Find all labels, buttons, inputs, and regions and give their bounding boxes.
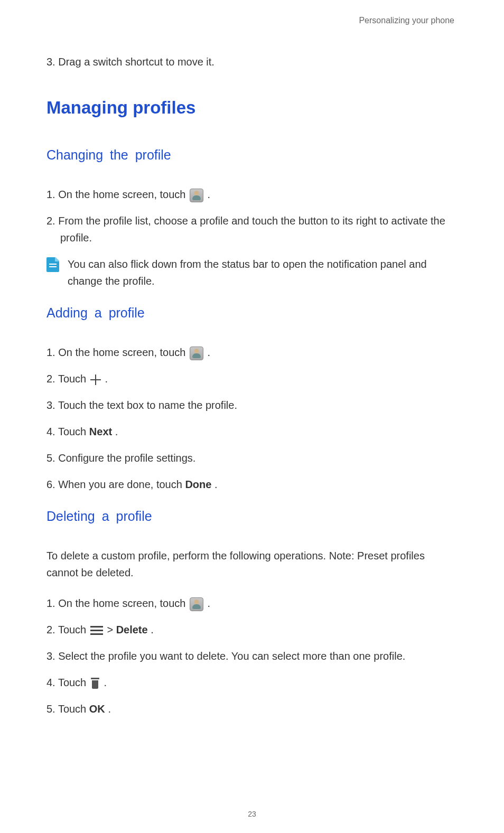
section-title-managing-profiles: Managing profiles: [46, 98, 458, 118]
trash-icon: [90, 678, 100, 689]
deleting-intro: To delete a custom profile, perform the …: [46, 547, 458, 581]
changing-step-2: 2. From the profile list, choose a profi…: [46, 212, 458, 246]
subsection-deleting-profile: Deleting a profile To delete a custom pr…: [46, 509, 458, 717]
profile-app-icon: [190, 347, 203, 360]
document-page: Personalizing your phone 3. Drag a switc…: [0, 0, 504, 717]
subsection-title-deleting: Deleting a profile: [46, 509, 458, 524]
adding-step-6: 6. When you are done, touch Done .: [46, 476, 458, 493]
changing-note: You can also flick down from the status …: [46, 256, 458, 289]
step-text-post: .: [208, 597, 211, 609]
step-text-post: .: [104, 677, 107, 688]
step-text: 4. Touch: [46, 426, 89, 437]
step-text-post: .: [208, 189, 211, 200]
subsection-title-changing: Changing the profile: [46, 147, 458, 163]
subsection-title-adding: Adding a profile: [46, 305, 458, 321]
deleting-step-4: 4. Touch .: [46, 674, 458, 691]
step-text-post: .: [105, 373, 108, 385]
step-text: 1. On the home screen, touch: [46, 189, 189, 200]
step-text-mid: >: [107, 624, 116, 635]
step-text: 4. Touch: [46, 677, 89, 688]
step-text: 2. Touch: [46, 373, 89, 385]
deleting-steps-list: 1. On the home screen, touch . 2. Touch …: [46, 595, 458, 717]
step-text-post: .: [108, 703, 111, 715]
note-icon: [46, 257, 59, 272]
adding-steps-list: 1. On the home screen, touch . 2. Touch …: [46, 344, 458, 493]
step-bold: Next: [89, 426, 112, 437]
page-number: 23: [0, 810, 504, 818]
step-text: 1. On the home screen, touch: [46, 347, 189, 358]
step-bold: Done: [185, 479, 211, 490]
note-text: You can also flick down from the status …: [68, 256, 458, 289]
intro-step-text: 3. Drag a switch shortcut to move it.: [46, 56, 458, 68]
chapter-header: Personalizing your phone: [46, 16, 458, 25]
menu-icon: [90, 626, 103, 635]
step-text: 6. When you are done, touch: [46, 479, 185, 490]
plus-icon: [90, 375, 101, 385]
changing-steps-list: 1. On the home screen, touch . 2. From t…: [46, 186, 458, 246]
step-bold: Delete: [116, 624, 148, 635]
adding-step-5: 5. Configure the profile settings.: [46, 450, 458, 466]
step-text-post: .: [151, 624, 154, 635]
step-text: 1. On the home screen, touch: [46, 597, 189, 609]
step-text-post: .: [214, 479, 218, 490]
adding-step-3: 3. Touch the text box to name the profil…: [46, 397, 458, 414]
adding-step-1: 1. On the home screen, touch .: [46, 344, 458, 361]
step-text: 2. Touch: [46, 624, 89, 635]
deleting-step-5: 5. Touch OK .: [46, 700, 458, 717]
adding-step-2: 2. Touch .: [46, 370, 458, 387]
profile-app-icon: [190, 597, 203, 611]
subsection-changing-profile: Changing the profile 1. On the home scre…: [46, 147, 458, 289]
step-text-post: .: [208, 347, 211, 358]
profile-app-icon: [190, 189, 203, 202]
step-text: 5. Touch: [46, 703, 89, 715]
deleting-step-1: 1. On the home screen, touch .: [46, 595, 458, 612]
deleting-step-2: 2. Touch > Delete .: [46, 621, 458, 638]
changing-step-1: 1. On the home screen, touch .: [46, 186, 458, 203]
step-bold: OK: [89, 703, 105, 715]
deleting-step-3: 3. Select the profile you want to delete…: [46, 648, 458, 664]
adding-step-4: 4. Touch Next .: [46, 423, 458, 440]
step-text-post: .: [115, 426, 118, 437]
subsection-adding-profile: Adding a profile 1. On the home screen, …: [46, 305, 458, 493]
